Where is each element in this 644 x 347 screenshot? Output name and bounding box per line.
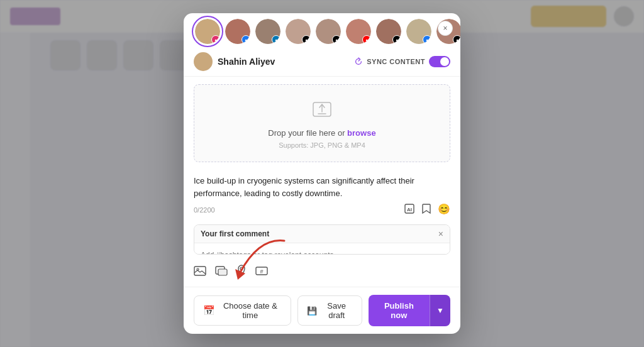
image-toolbar-icon[interactable] [194, 265, 206, 280]
svg-rect-4 [194, 267, 206, 275]
social-account-avatars: ● ● ● ● ● [184, 13, 460, 47]
facebook-badge-2: ● [423, 35, 431, 44]
avatar-instagram[interactable]: ● [194, 18, 221, 45]
drop-zone-formats: Supports: JPG, PNG & MP4 [279, 141, 365, 149]
file-drop-zone[interactable]: Drop your file here or browse Supports: … [194, 84, 450, 162]
svg-text:AI: AI [407, 207, 412, 212]
comment-toolbar: # [184, 260, 460, 287]
threads-badge-1: ● [392, 35, 401, 44]
facebook-badge: ● [242, 35, 250, 44]
instagram-badge: ● [211, 35, 220, 44]
publish-dropdown-button[interactable]: ▼ [430, 295, 450, 326]
svg-point-5 [197, 268, 199, 270]
avatar-youtube[interactable]: ● [345, 18, 372, 45]
comment-input[interactable] [194, 243, 450, 255]
publish-button-group: Publish now ▼ [369, 295, 450, 326]
gallery-toolbar-icon[interactable] [215, 265, 228, 280]
publish-now-button[interactable]: Publish now [369, 295, 430, 326]
sync-toggle[interactable] [429, 56, 450, 67]
sync-label: SYNC CONTENT [367, 58, 425, 65]
modal-close-button[interactable]: × [438, 21, 453, 36]
avatar-linkedin[interactable]: ● [254, 18, 282, 45]
comment-header: Your first comment × [194, 225, 450, 243]
avatar-threads-1[interactable]: ● [375, 18, 402, 45]
caption-text[interactable]: Ice build-up in cryogenic systems can si… [194, 175, 450, 199]
modal-overlay: × ● ● ● ● [0, 0, 644, 347]
sync-icon [354, 57, 363, 66]
user-info: Shahin Aliyev [194, 52, 275, 71]
user-avatar [194, 52, 213, 71]
browse-link[interactable]: browse [347, 128, 376, 138]
comment-close-button[interactable]: × [438, 229, 443, 239]
emoji-icon[interactable]: 😊 [438, 203, 450, 217]
upload-icon [311, 97, 333, 124]
user-info-row: Shahin Aliyev SYNC CONTENT [184, 47, 460, 77]
threads-badge-2: ● [453, 35, 460, 44]
bottom-action-bar: 📅 Choose date & time 💾 Save draft Publis… [184, 287, 460, 334]
avatar-facebook-1[interactable]: ● [224, 18, 252, 45]
caption-counter-row: 0/2200 AI 😊 [194, 203, 450, 217]
tiktok-badge: ● [302, 35, 311, 44]
youtube-badge: ● [362, 35, 371, 44]
caption-area: Ice build-up in cryogenic systems can si… [184, 170, 460, 222]
svg-text:#: # [260, 268, 263, 275]
tag-toolbar-icon[interactable]: # [255, 265, 268, 280]
svg-point-8 [240, 267, 243, 270]
comment-label: Your first comment [201, 229, 269, 238]
avatar-facebook-2[interactable]: ● [405, 18, 433, 45]
choose-date-time-button[interactable]: 📅 Choose date & time [194, 295, 291, 326]
avatar-tiktok-1[interactable]: ● [284, 18, 312, 45]
publish-modal: × ● ● ● ● [184, 13, 460, 334]
location-toolbar-icon[interactable] [236, 265, 247, 280]
avatar-tiktok-2[interactable]: ● [314, 18, 342, 45]
save-icon: 💾 [307, 306, 317, 316]
caption-counter: 0/2200 [194, 206, 215, 214]
drop-zone-text: Drop your file here or browse [268, 128, 375, 138]
ai-icon[interactable]: AI [404, 203, 415, 217]
sync-content-toggle[interactable]: SYNC CONTENT [354, 56, 450, 67]
bookmark-icon[interactable] [421, 203, 431, 217]
calendar-icon: 📅 [203, 305, 215, 316]
tiktok-badge-2: ● [332, 35, 341, 44]
user-name: Shahin Aliyev [218, 57, 275, 67]
caption-toolbar-icons: AI 😊 [404, 203, 450, 217]
svg-rect-7 [218, 269, 227, 275]
save-draft-button[interactable]: 💾 Save draft [297, 295, 362, 326]
linkedin-badge: ● [272, 35, 280, 44]
first-comment-box: Your first comment × [194, 224, 450, 255]
